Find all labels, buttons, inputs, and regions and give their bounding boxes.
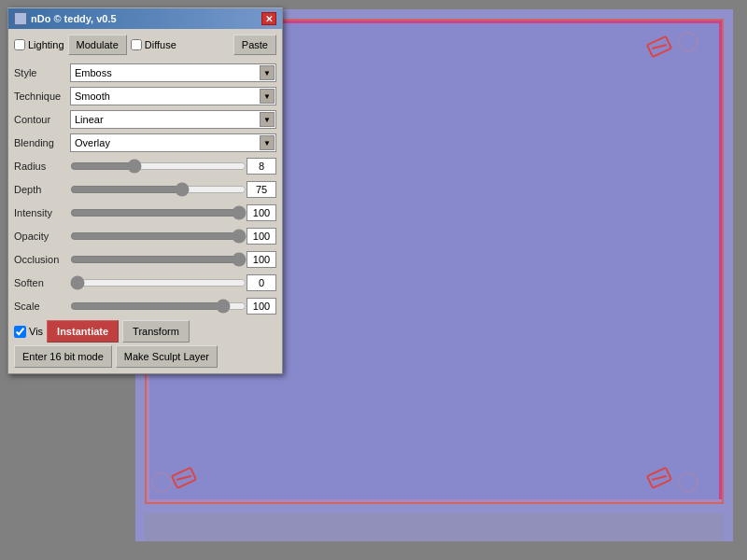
lighting-checkbox-label[interactable]: Lighting: [14, 39, 64, 50]
lighting-checkbox[interactable]: [14, 39, 25, 50]
soften-label: Soften: [14, 277, 70, 288]
soften-slider[interactable]: [70, 274, 247, 291]
radius-row: Radius: [14, 156, 276, 176]
blending-row: Blending OverlayNormalMultiplyScreen ▼: [14, 133, 276, 153]
radius-slider[interactable]: [70, 158, 247, 175]
blending-label: Blending: [14, 137, 70, 148]
scale-input[interactable]: [247, 298, 276, 315]
lighting-label: Lighting: [28, 39, 64, 50]
canvas-border-right: [719, 21, 722, 502]
modulate-button[interactable]: Modulate: [68, 35, 127, 55]
vis-checkbox-label[interactable]: Vis: [14, 326, 43, 338]
depth-slider[interactable]: [70, 181, 247, 198]
radius-label: Radius: [14, 161, 70, 172]
depth-label: Depth: [14, 184, 70, 195]
depth-slider-container: [70, 181, 247, 198]
soften-row: Soften: [14, 273, 276, 293]
panel-body: Lighting Modulate Diffuse Paste Style Em…: [8, 29, 282, 373]
occlusion-slider[interactable]: [70, 251, 247, 268]
circle-bottom-left: [151, 472, 172, 493]
paste-button[interactable]: Paste: [233, 35, 276, 55]
technique-select-wrapper: SmoothChisel HardChisel Soft ▼: [70, 87, 276, 105]
occlusion-label: Occlusion: [14, 254, 70, 265]
opacity-slider-container: [70, 228, 247, 245]
intensity-slider[interactable]: [70, 204, 247, 221]
occlusion-row: Occlusion: [14, 249, 276, 270]
circle-bottom-right: [678, 472, 698, 493]
canvas-bottom-bar: [145, 513, 724, 541]
diffuse-checkbox[interactable]: [131, 39, 142, 50]
style-select[interactable]: EmbossBevelInner BevelPillow Emboss: [70, 63, 276, 82]
scale-slider[interactable]: [70, 298, 247, 315]
title-bar: nDo © teddy, v0.5 ✕: [8, 8, 282, 29]
contour-label: Contour: [14, 114, 70, 125]
opacity-input[interactable]: [247, 228, 276, 245]
depth-row: Depth: [14, 179, 276, 200]
scale-slider-container: [70, 298, 247, 315]
instantiate-button[interactable]: Instantiate: [47, 320, 119, 343]
occlusion-input[interactable]: [247, 251, 276, 268]
diffuse-checkbox-label[interactable]: Diffuse: [131, 39, 176, 50]
screw-bottom-right: [646, 467, 673, 490]
toolbar: Lighting Modulate Diffuse Paste: [14, 33, 276, 57]
circle-top-right: [678, 32, 698, 52]
intensity-label: Intensity: [14, 207, 70, 218]
style-label: Style: [14, 67, 70, 78]
soften-input[interactable]: [247, 274, 276, 291]
technique-row: Technique SmoothChisel HardChisel Soft ▼: [14, 86, 276, 106]
screw-bottom-left: [171, 467, 198, 490]
blending-select-wrapper: OverlayNormalMultiplyScreen ▼: [70, 133, 276, 152]
window-title: nDo © teddy, v0.5: [31, 13, 117, 24]
technique-select[interactable]: SmoothChisel HardChisel Soft: [70, 87, 276, 105]
bottom-row: Vis Instantiate Transform: [14, 320, 276, 343]
opacity-slider[interactable]: [70, 228, 247, 245]
radius-input[interactable]: [247, 158, 276, 175]
style-select-wrapper: EmbossBevelInner BevelPillow Emboss ▼: [70, 63, 276, 82]
intensity-row: Intensity: [14, 203, 276, 223]
enter-16bit-button[interactable]: Enter 16 bit mode: [14, 345, 112, 368]
contour-select[interactable]: LinearGaussianCustom: [70, 110, 276, 129]
intensity-input[interactable]: [247, 204, 276, 221]
diffuse-label: Diffuse: [145, 39, 176, 50]
occlusion-slider-container: [70, 251, 247, 268]
title-bar-left: nDo © teddy, v0.5: [14, 12, 117, 25]
technique-label: Technique: [14, 91, 70, 102]
transform-button[interactable]: Transform: [122, 320, 190, 343]
canvas-border-bottom: [147, 499, 722, 502]
scale-row: Scale: [14, 296, 276, 316]
contour-row: Contour LinearGaussianCustom ▼: [14, 109, 276, 130]
last-row: Enter 16 bit mode Make Sculpt Layer: [14, 345, 276, 368]
radius-slider-container: [70, 158, 247, 175]
soften-slider-container: [70, 274, 247, 291]
opacity-row: Opacity: [14, 226, 276, 246]
scale-label: Scale: [14, 301, 70, 312]
panel: nDo © teddy, v0.5 ✕ Lighting Modulate Di…: [7, 7, 283, 374]
depth-input[interactable]: [247, 181, 276, 198]
vis-label: Vis: [29, 326, 43, 337]
screw-top-right: [646, 35, 673, 59]
opacity-label: Opacity: [14, 231, 70, 242]
title-icon: [14, 12, 27, 25]
blending-select[interactable]: OverlayNormalMultiplyScreen: [70, 133, 276, 152]
close-button[interactable]: ✕: [261, 12, 276, 25]
vis-checkbox[interactable]: [14, 326, 26, 338]
contour-select-wrapper: LinearGaussianCustom ▼: [70, 110, 276, 129]
style-row: Style EmbossBevelInner BevelPillow Embos…: [14, 63, 276, 83]
make-sculpt-button[interactable]: Make Sculpt Layer: [116, 345, 218, 368]
intensity-slider-container: [70, 204, 247, 221]
